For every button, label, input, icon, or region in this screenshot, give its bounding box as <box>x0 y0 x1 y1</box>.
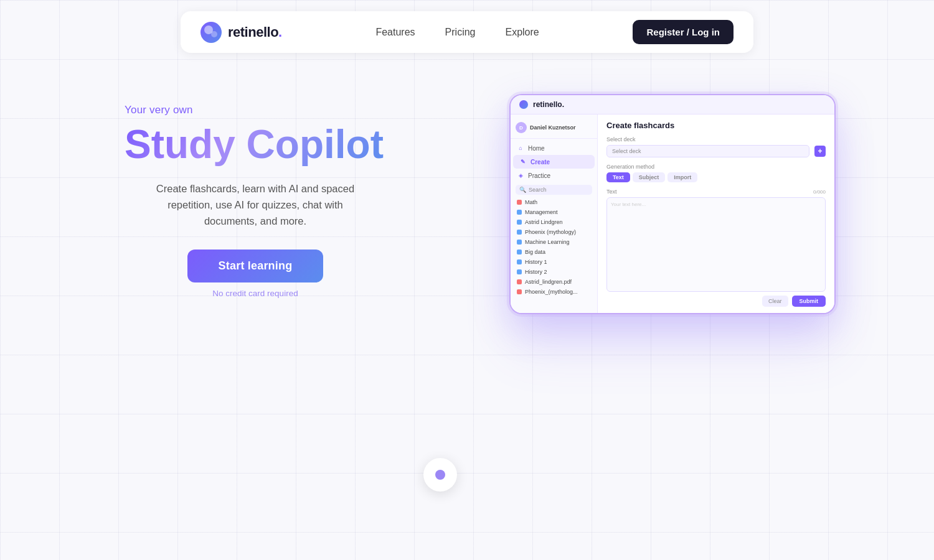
deck-color-dot <box>517 250 522 254</box>
logo: retinello. <box>200 22 282 43</box>
sidebar-item-practice[interactable]: ◈ Practice <box>511 169 597 182</box>
hero-description: Create flashcards, learn with AI and spa… <box>143 180 367 230</box>
method-tabs: Text Subject Import <box>606 172 826 182</box>
sidebar-practice-label: Practice <box>528 172 550 179</box>
deck-label: Phoenix_(mytholog... <box>525 289 578 295</box>
list-item[interactable]: Astrid Lindgren <box>511 217 597 227</box>
action-row: Clear Submit <box>606 296 826 307</box>
navbar: retinello. Features Pricing Explore Regi… <box>181 11 753 53</box>
deck-color-dot <box>517 220 522 225</box>
app-sidebar: D Daniel Kuznetsor ⌂ Home ✎ Create ◈ Pra… <box>511 114 598 313</box>
app-topbar: retinello. <box>511 95 834 114</box>
list-item[interactable]: History 2 <box>511 267 597 277</box>
method-tab-text[interactable]: Text <box>606 172 630 182</box>
list-item[interactable]: History 1 <box>511 257 597 267</box>
sidebar-item-create[interactable]: ✎ Create <box>513 155 595 169</box>
practice-icon: ◈ <box>517 172 524 179</box>
submit-button[interactable]: Submit <box>792 296 826 307</box>
deck-label: Math <box>525 199 537 205</box>
start-learning-button[interactable]: Start learning <box>187 250 324 282</box>
hero-subtitle: Your very own <box>125 104 193 116</box>
hero-right: retinello. D Daniel Kuznetsor ⌂ Home ✎ <box>411 89 834 313</box>
app-brand-label: retinello. <box>533 100 564 109</box>
nav-links: Features Pricing Explore <box>375 27 539 38</box>
sidebar-item-home[interactable]: ⌂ Home <box>511 141 597 155</box>
deck-label: Big data <box>525 249 545 255</box>
deck-label: Management <box>525 209 558 215</box>
nav-explore[interactable]: Explore <box>505 27 539 38</box>
deck-color-dot <box>517 279 522 284</box>
nav-features[interactable]: Features <box>375 27 415 38</box>
generation-method-label: Generation method <box>606 164 826 170</box>
hero-section: Your very own Study Copilot Create flash… <box>0 64 934 313</box>
hero-title: Study Copilot <box>125 123 384 166</box>
app-body: D Daniel Kuznetsor ⌂ Home ✎ Create ◈ Pra… <box>511 114 834 313</box>
app-logo-dot <box>519 100 528 109</box>
deck-color-dot <box>517 200 522 205</box>
deck-color-dot <box>517 259 522 264</box>
deck-label: Phoenix (mythology) <box>525 229 576 235</box>
deck-color-dot <box>517 289 522 294</box>
logo-icon <box>200 22 222 43</box>
deck-color-dot <box>517 230 522 235</box>
sidebar-user: D Daniel Kuznetsor <box>511 119 597 139</box>
deck-select-box[interactable]: Select deck <box>606 145 809 157</box>
deck-label: Astrid_lindgren.pdf <box>525 279 572 285</box>
words-count: 0/000 <box>813 189 826 195</box>
text-field-label: Text <box>606 189 617 195</box>
no-credit-card-label: No credit card required <box>212 289 298 298</box>
text-input-area[interactable]: Your text here... <box>606 197 826 292</box>
method-tab-subject[interactable]: Subject <box>633 172 666 182</box>
panel-title: Create flashcards <box>606 121 826 130</box>
select-deck-label: Select deck <box>606 136 826 142</box>
deck-color-dot <box>517 210 522 215</box>
svg-point-2 <box>211 31 217 37</box>
floating-dot-widget[interactable] <box>423 458 457 492</box>
deck-label: History 2 <box>525 269 547 275</box>
list-item[interactable]: Astrid_lindgren.pdf <box>511 277 597 287</box>
create-icon: ✎ <box>519 158 527 166</box>
text-label-row: Text 0/000 <box>606 189 826 195</box>
app-mockup-window: retinello. D Daniel Kuznetsor ⌂ Home ✎ <box>511 95 834 313</box>
sidebar-avatar: D <box>516 122 527 133</box>
list-item[interactable]: Math <box>511 197 597 207</box>
brand-name: retinello <box>228 24 278 40</box>
method-tab-import[interactable]: Import <box>667 172 697 182</box>
sidebar-search[interactable]: 🔍 Search <box>516 185 592 195</box>
add-deck-button[interactable]: + <box>814 146 826 157</box>
list-item[interactable]: Phoenix_(mytholog... <box>511 287 597 297</box>
list-item[interactable]: Big data <box>511 247 597 257</box>
app-main-panel: Create flashcards Select deck Select dec… <box>598 114 834 313</box>
deck-color-dot <box>517 240 522 245</box>
sidebar-deck-list: Math Management Astrid Lindgren Pho <box>511 197 597 308</box>
hero-left: Your very own Study Copilot Create flash… <box>125 104 386 298</box>
sidebar-create-label: Create <box>531 159 550 166</box>
deck-color-dot <box>517 269 522 274</box>
sidebar-username: Daniel Kuznetsor <box>530 124 576 131</box>
search-placeholder: Search <box>529 187 547 193</box>
sidebar-home-label: Home <box>528 145 545 152</box>
search-icon: 🔍 <box>519 187 526 193</box>
floating-dot-inner <box>435 470 445 480</box>
register-button[interactable]: Register / Log in <box>633 20 734 44</box>
list-item[interactable]: Management <box>511 207 597 217</box>
deck-select-row: Select deck + <box>606 145 826 157</box>
home-icon: ⌂ <box>517 144 524 152</box>
list-item[interactable]: Phoenix (mythology) <box>511 227 597 237</box>
clear-button[interactable]: Clear <box>762 296 788 307</box>
nav-pricing[interactable]: Pricing <box>445 27 476 38</box>
deck-label: Machine Learning <box>525 239 570 245</box>
deck-label: History 1 <box>525 259 547 265</box>
brand-dot: . <box>278 24 282 40</box>
list-item[interactable]: Machine Learning <box>511 237 597 247</box>
deck-label: Astrid Lindgren <box>525 219 563 225</box>
logo-text: retinello. <box>228 24 282 40</box>
